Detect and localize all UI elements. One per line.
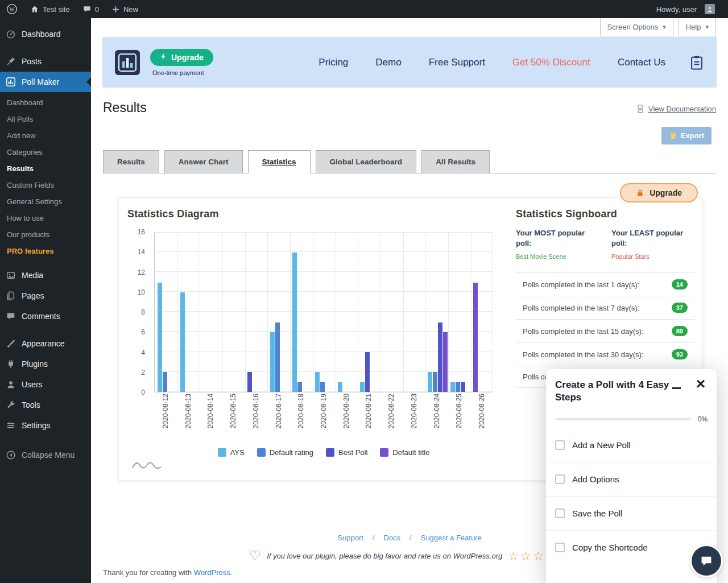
export-button[interactable]: ♛ Export xyxy=(661,127,712,144)
y-tick-label: 16 xyxy=(138,228,145,236)
most-popular-value: Best Movie Scene xyxy=(516,253,599,260)
submenu-item-our-products[interactable]: Our products xyxy=(0,226,91,243)
site-name-link[interactable]: Test site xyxy=(24,0,76,18)
sidebar-item-dashboard[interactable]: Dashboard xyxy=(0,24,91,44)
bar-ays xyxy=(450,382,455,392)
tab-results[interactable]: Results xyxy=(103,150,159,173)
chat-widget-button[interactable] xyxy=(692,546,721,576)
submenu-item-custom-fields[interactable]: Custom Fields xyxy=(0,177,91,193)
help-button[interactable]: Help ▾ xyxy=(679,18,716,36)
tab-label: Results xyxy=(117,158,145,166)
sidebar-item-tools[interactable]: Tools xyxy=(0,395,91,415)
banner-nav-contact-us[interactable]: Contact Us xyxy=(618,57,665,68)
clipboard-icon[interactable] xyxy=(689,55,704,71)
wizard-step-label: Add a New Poll xyxy=(572,440,631,450)
footer-link-support[interactable]: Support xyxy=(337,534,363,542)
submenu-item-how-to-use[interactable]: How to use xyxy=(0,210,91,226)
sidebar-item-pages[interactable]: Pages xyxy=(0,286,91,306)
checkbox[interactable] xyxy=(555,474,565,484)
wordpress-logo[interactable]: W xyxy=(0,0,24,18)
signboard-columns: Your MOST popular poll: Best Movie Scene… xyxy=(516,228,694,260)
banner-nav-pricing[interactable]: Pricing xyxy=(318,57,348,68)
upgrade-pro-button[interactable]: Upgrade xyxy=(620,183,698,202)
sidebar-item-settings[interactable]: Settings xyxy=(0,415,91,436)
collapse-menu-button[interactable]: Collapse Menu xyxy=(0,445,91,465)
star-icon[interactable]: ☆ xyxy=(533,549,545,563)
footer-link-suggest-a-feature[interactable]: Suggest a Feature xyxy=(421,534,482,542)
home-icon xyxy=(30,5,39,14)
howdy-menu[interactable]: Howdy, user xyxy=(650,4,721,14)
posts-icon xyxy=(5,56,16,67)
legend-swatch xyxy=(326,448,334,457)
chart-y-axis: 1614121086420 xyxy=(119,232,151,392)
admin-sidebar: DashboardPostsPoll MakerDashboardAll Pol… xyxy=(0,18,91,583)
minimize-icon[interactable] xyxy=(672,387,681,389)
submenu-item-all-polls[interactable]: All Polls xyxy=(0,111,91,127)
tab-all-results[interactable]: All Results xyxy=(421,150,490,173)
statistics-signboard: Statistics Signboard Your MOST popular p… xyxy=(516,208,694,388)
x-tick-label: 2020-08-14 xyxy=(207,394,214,428)
checkbox[interactable] xyxy=(555,543,565,552)
x-tick-label: 2020-08-15 xyxy=(230,394,237,428)
submenu-item-results[interactable]: Results xyxy=(0,160,91,177)
legend-label: Default title xyxy=(392,448,429,457)
site-name-label: Test site xyxy=(43,5,70,14)
tab-statistics[interactable]: Statistics xyxy=(248,150,311,173)
x-tick-label: 2020-08-23 xyxy=(411,394,417,428)
x-tick-label: 2020-08-18 xyxy=(297,394,304,428)
tab-global-leaderboard[interactable]: Global Leaderboard xyxy=(316,150,417,173)
x-tick-label: 2020-08-13 xyxy=(185,394,192,428)
banner-nav-demo[interactable]: Demo xyxy=(375,57,401,68)
page-head: Results View Documentation xyxy=(103,100,716,115)
chart-category-group xyxy=(425,233,448,392)
chart-title: Statistics Diagram xyxy=(127,208,219,220)
comments-indicator[interactable]: 0 xyxy=(76,0,105,18)
submenu-item-pro-features[interactable]: PRO features xyxy=(0,243,91,259)
sidebar-item-media[interactable]: Media xyxy=(0,265,91,286)
sidebar-item-label: Dashboard xyxy=(22,29,61,39)
view-documentation-link[interactable]: View Documentation xyxy=(636,104,716,113)
wordpress-link[interactable]: WordPress xyxy=(194,568,230,577)
star-icon[interactable]: ☆ xyxy=(508,549,520,563)
bar-chart xyxy=(154,232,493,392)
signboard-row-label: Polls completed in the last 30 day(s): xyxy=(523,350,643,359)
x-tick-label: 2020-08-22 xyxy=(388,394,395,428)
sidebar-item-appearance[interactable]: Appearance xyxy=(0,333,91,354)
chart-category-group xyxy=(357,233,380,392)
tab-label: Global Leaderboard xyxy=(330,158,403,166)
count-badge: 37 xyxy=(672,303,688,313)
heart-icon: ♡ xyxy=(249,549,262,563)
bar-default-title xyxy=(443,332,448,392)
sidebar-item-label: Poll Maker xyxy=(22,77,59,87)
legend-item: Best Poll xyxy=(326,448,367,457)
slash-separator: / xyxy=(410,534,412,542)
checkbox[interactable] xyxy=(555,440,565,450)
new-menu[interactable]: New xyxy=(105,0,144,18)
sidebar-item-posts[interactable]: Posts xyxy=(0,51,91,72)
submenu-item-general-settings[interactable]: General Settings xyxy=(0,193,91,210)
banner-upgrade-button[interactable]: Upgrade xyxy=(150,49,213,66)
close-icon[interactable]: × xyxy=(696,376,705,392)
tab-answer-chart[interactable]: Answer Chart xyxy=(164,150,243,173)
banner-nav-get-50-discount[interactable]: Get 50% Discount xyxy=(512,57,590,68)
wizard-step-label: Add Options xyxy=(572,474,619,484)
sidebar-item-users[interactable]: Users xyxy=(0,374,91,395)
wizard-header: Create a Poll with 4 Easy Steps × xyxy=(546,369,717,404)
submenu-item-dashboard[interactable]: Dashboard xyxy=(0,94,91,111)
sidebar-item-poll-maker[interactable]: Poll Maker xyxy=(0,72,91,92)
rate-text: If you love our plugin, please do big fa… xyxy=(267,552,502,560)
lock-icon xyxy=(636,188,644,197)
submenu-item-categories[interactable]: Categories xyxy=(0,144,91,160)
sidebar-item-plugins[interactable]: Plugins xyxy=(0,354,91,374)
signboard-title: Statistics Signboard xyxy=(516,208,694,220)
checkbox[interactable] xyxy=(555,508,565,518)
banner-nav-free-support[interactable]: Free Support xyxy=(429,57,485,68)
submenu-item-add-new[interactable]: Add new xyxy=(0,127,91,144)
sidebar-item-comments[interactable]: Comments xyxy=(0,306,91,326)
star-icon[interactable]: ☆ xyxy=(520,549,533,563)
wizard-progress: 0% xyxy=(546,415,717,423)
footer-link-docs[interactable]: Docs xyxy=(383,534,400,542)
poll-maker-logo xyxy=(115,50,140,75)
y-tick-label: 4 xyxy=(141,349,145,357)
screen-options-button[interactable]: Screen Options ▾ xyxy=(600,18,673,36)
